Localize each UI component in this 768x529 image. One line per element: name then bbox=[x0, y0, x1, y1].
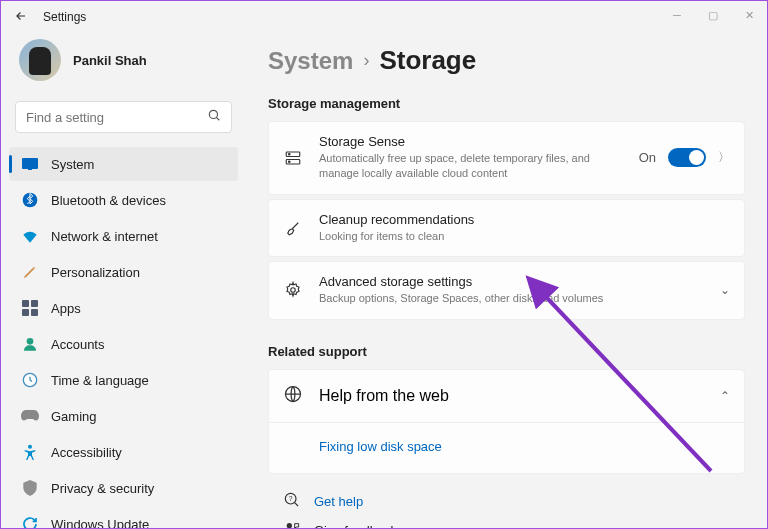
svg-point-0 bbox=[209, 110, 217, 118]
help-icon: ? bbox=[284, 492, 300, 511]
search-icon bbox=[207, 108, 221, 126]
network-icon bbox=[21, 227, 39, 245]
nav-update[interactable]: Windows Update bbox=[9, 507, 238, 529]
accounts-icon bbox=[21, 335, 39, 353]
chevron-up-icon: ⌃ bbox=[720, 389, 730, 403]
card-desc: Looking for items to clean bbox=[319, 229, 730, 244]
nav-time[interactable]: Time & language bbox=[9, 363, 238, 397]
nav-personalization[interactable]: Personalization bbox=[9, 255, 238, 289]
svg-text:?: ? bbox=[289, 495, 293, 502]
close-button[interactable]: ✕ bbox=[731, 1, 767, 29]
gear-icon bbox=[283, 281, 303, 299]
svg-rect-6 bbox=[22, 309, 29, 316]
titlebar: Settings ─ ▢ ✕ bbox=[1, 1, 767, 33]
get-help-link[interactable]: ? Get help bbox=[284, 492, 745, 511]
nav-privacy[interactable]: Privacy & security bbox=[9, 471, 238, 505]
card-help-from-web: Help from the web ⌃ Fixing low disk spac… bbox=[268, 369, 745, 474]
svg-point-13 bbox=[289, 153, 291, 155]
chevron-right-icon: 〉 bbox=[718, 149, 730, 166]
nav-gaming[interactable]: Gaming bbox=[9, 399, 238, 433]
back-button[interactable] bbox=[9, 9, 33, 26]
minimize-button[interactable]: ─ bbox=[659, 1, 695, 29]
sidebar: Pankil Shah System Bluetooth & devices N… bbox=[1, 33, 246, 528]
card-title: Storage Sense bbox=[319, 134, 623, 149]
svg-rect-1 bbox=[22, 158, 38, 169]
maximize-button[interactable]: ▢ bbox=[695, 1, 731, 29]
card-desc: Backup options, Storage Spaces, other di… bbox=[319, 291, 704, 306]
accessibility-icon bbox=[21, 443, 39, 461]
feedback-icon bbox=[284, 521, 300, 528]
window-title: Settings bbox=[43, 10, 86, 24]
breadcrumb-separator: › bbox=[363, 50, 369, 71]
svg-point-14 bbox=[289, 161, 291, 163]
svg-rect-4 bbox=[22, 300, 29, 307]
svg-rect-5 bbox=[31, 300, 38, 307]
link-fixing-low-disk-space[interactable]: Fixing low disk space bbox=[319, 439, 442, 454]
apps-icon bbox=[21, 299, 39, 317]
card-advanced-storage[interactable]: Advanced storage settings Backup options… bbox=[268, 261, 745, 319]
breadcrumb-parent[interactable]: System bbox=[268, 47, 353, 75]
svg-point-10 bbox=[28, 445, 32, 449]
cleanup-icon bbox=[283, 219, 303, 237]
system-icon bbox=[21, 155, 39, 173]
privacy-icon bbox=[21, 479, 39, 497]
svg-rect-7 bbox=[31, 309, 38, 316]
user-profile[interactable]: Pankil Shah bbox=[9, 33, 238, 97]
user-name: Pankil Shah bbox=[73, 53, 147, 68]
search-input[interactable] bbox=[26, 110, 207, 125]
svg-point-8 bbox=[27, 338, 34, 345]
update-icon bbox=[21, 515, 39, 529]
nav-list: System Bluetooth & devices Network & int… bbox=[9, 147, 238, 529]
window-controls: ─ ▢ ✕ bbox=[659, 1, 767, 29]
storage-sense-toggle[interactable] bbox=[668, 148, 706, 167]
time-icon bbox=[21, 371, 39, 389]
svg-point-15 bbox=[291, 288, 296, 293]
card-storage-sense[interactable]: Storage Sense Automatically free up spac… bbox=[268, 121, 745, 195]
card-cleanup[interactable]: Cleanup recommendations Looking for item… bbox=[268, 199, 745, 257]
section-related-support: Related support bbox=[268, 344, 745, 359]
card-desc: Automatically free up space, delete temp… bbox=[319, 151, 623, 182]
svg-rect-2 bbox=[28, 169, 32, 170]
personalization-icon bbox=[21, 263, 39, 281]
avatar bbox=[19, 39, 61, 81]
globe-icon bbox=[283, 384, 303, 408]
bluetooth-icon bbox=[21, 191, 39, 209]
svg-point-19 bbox=[287, 523, 292, 528]
help-header[interactable]: Help from the web ⌃ bbox=[269, 370, 744, 422]
card-title: Advanced storage settings bbox=[319, 274, 704, 289]
section-storage-management: Storage management bbox=[268, 96, 745, 111]
nav-network[interactable]: Network & internet bbox=[9, 219, 238, 253]
main-content: System › Storage Storage management Stor… bbox=[246, 33, 767, 528]
toggle-state-label: On bbox=[639, 150, 656, 165]
search-box[interactable] bbox=[15, 101, 232, 133]
gaming-icon bbox=[21, 407, 39, 425]
breadcrumb: System › Storage bbox=[268, 45, 745, 76]
nav-system[interactable]: System bbox=[9, 147, 238, 181]
nav-accessibility[interactable]: Accessibility bbox=[9, 435, 238, 469]
card-title: Help from the web bbox=[319, 387, 704, 405]
nav-accounts[interactable]: Accounts bbox=[9, 327, 238, 361]
breadcrumb-current: Storage bbox=[379, 45, 476, 76]
card-title: Cleanup recommendations bbox=[319, 212, 730, 227]
chevron-down-icon: ⌄ bbox=[720, 283, 730, 297]
nav-apps[interactable]: Apps bbox=[9, 291, 238, 325]
nav-bluetooth[interactable]: Bluetooth & devices bbox=[9, 183, 238, 217]
give-feedback-link[interactable]: Give feedback bbox=[284, 521, 745, 528]
storage-sense-icon bbox=[283, 149, 303, 167]
